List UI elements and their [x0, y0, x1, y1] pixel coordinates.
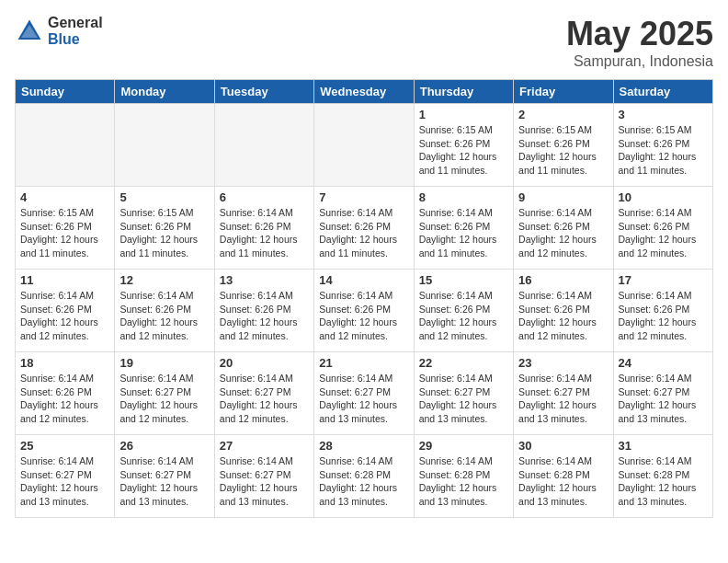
- cell-info: Sunrise: 6:14 AM Sunset: 6:27 PM Dayligh…: [319, 372, 408, 426]
- day-header-saturday: Saturday: [613, 80, 712, 104]
- day-number: 5: [119, 190, 209, 204]
- cal-cell-16: 16Sunrise: 6:14 AM Sunset: 6:26 PM Dayli…: [514, 270, 613, 352]
- day-number: 6: [220, 190, 309, 204]
- day-number: 4: [20, 190, 109, 204]
- cal-cell-28: 28Sunrise: 6:14 AM Sunset: 6:28 PM Dayli…: [314, 435, 414, 518]
- cell-info: Sunrise: 6:14 AM Sunset: 6:26 PM Dayligh…: [518, 206, 608, 260]
- calendar-table: SundayMondayTuesdayWednesdayThursdayFrid…: [15, 79, 713, 518]
- cell-info: Sunrise: 6:14 AM Sunset: 6:26 PM Dayligh…: [20, 372, 109, 426]
- cal-cell-empty-0-3: [314, 104, 414, 187]
- day-number: 31: [619, 439, 708, 453]
- day-number: 28: [319, 439, 408, 453]
- cal-cell-2: 2Sunrise: 6:15 AM Sunset: 6:26 PM Daylig…: [514, 104, 613, 187]
- day-number: 21: [319, 356, 408, 370]
- cal-cell-13: 13Sunrise: 6:14 AM Sunset: 6:26 PM Dayli…: [214, 270, 313, 352]
- cal-cell-empty-0-2: [214, 104, 313, 187]
- cell-info: Sunrise: 6:14 AM Sunset: 6:26 PM Dayligh…: [419, 206, 508, 260]
- cell-info: Sunrise: 6:14 AM Sunset: 6:27 PM Dayligh…: [419, 372, 508, 426]
- cal-cell-22: 22Sunrise: 6:14 AM Sunset: 6:27 PM Dayli…: [414, 352, 513, 435]
- logo-text: General Blue: [48, 15, 103, 47]
- cell-info: Sunrise: 6:14 AM Sunset: 6:26 PM Dayligh…: [319, 289, 408, 343]
- cal-cell-6: 6Sunrise: 6:14 AM Sunset: 6:26 PM Daylig…: [214, 187, 313, 270]
- cal-cell-12: 12Sunrise: 6:14 AM Sunset: 6:26 PM Dayli…: [115, 270, 214, 352]
- day-number: 9: [518, 190, 608, 204]
- cal-cell-27: 27Sunrise: 6:14 AM Sunset: 6:27 PM Dayli…: [214, 435, 313, 518]
- week-row-1: 1Sunrise: 6:15 AM Sunset: 6:26 PM Daylig…: [16, 104, 713, 187]
- cal-cell-18: 18Sunrise: 6:14 AM Sunset: 6:26 PM Dayli…: [16, 352, 115, 435]
- cell-info: Sunrise: 6:14 AM Sunset: 6:28 PM Dayligh…: [619, 454, 708, 509]
- cal-cell-23: 23Sunrise: 6:14 AM Sunset: 6:27 PM Dayli…: [514, 352, 613, 435]
- cal-cell-10: 10Sunrise: 6:14 AM Sunset: 6:26 PM Dayli…: [613, 187, 712, 270]
- day-number: 7: [319, 190, 408, 204]
- cell-info: Sunrise: 6:14 AM Sunset: 6:26 PM Dayligh…: [419, 289, 508, 343]
- page-subtitle: Sampuran, Indonesia: [566, 53, 713, 70]
- cal-cell-25: 25Sunrise: 6:14 AM Sunset: 6:27 PM Dayli…: [16, 435, 115, 518]
- cell-info: Sunrise: 6:14 AM Sunset: 6:26 PM Dayligh…: [220, 289, 309, 343]
- day-header-thursday: Thursday: [414, 80, 513, 104]
- cell-info: Sunrise: 6:14 AM Sunset: 6:28 PM Dayligh…: [419, 454, 508, 509]
- logo-general-label: General: [48, 15, 103, 31]
- cell-info: Sunrise: 6:15 AM Sunset: 6:26 PM Dayligh…: [619, 123, 708, 178]
- day-header-sunday: Sunday: [16, 80, 115, 104]
- day-number: 2: [518, 108, 608, 121]
- cal-cell-1: 1Sunrise: 6:15 AM Sunset: 6:26 PM Daylig…: [414, 104, 513, 187]
- cal-cell-7: 7Sunrise: 6:14 AM Sunset: 6:26 PM Daylig…: [314, 187, 414, 270]
- day-header-monday: Monday: [115, 80, 214, 104]
- week-row-2: 4Sunrise: 6:15 AM Sunset: 6:26 PM Daylig…: [16, 187, 713, 270]
- day-number: 17: [619, 273, 708, 287]
- day-number: 27: [220, 439, 309, 453]
- cell-info: Sunrise: 6:14 AM Sunset: 6:28 PM Dayligh…: [319, 454, 408, 509]
- day-number: 23: [518, 356, 608, 370]
- cal-cell-30: 30Sunrise: 6:14 AM Sunset: 6:28 PM Dayli…: [514, 435, 613, 518]
- day-header-wednesday: Wednesday: [314, 80, 414, 104]
- cell-info: Sunrise: 6:14 AM Sunset: 6:26 PM Dayligh…: [119, 289, 209, 343]
- week-row-3: 11Sunrise: 6:14 AM Sunset: 6:26 PM Dayli…: [16, 270, 713, 352]
- cal-cell-26: 26Sunrise: 6:14 AM Sunset: 6:27 PM Dayli…: [115, 435, 214, 518]
- day-number: 29: [419, 439, 508, 453]
- day-number: 3: [619, 108, 708, 121]
- cell-info: Sunrise: 6:14 AM Sunset: 6:26 PM Dayligh…: [220, 206, 309, 260]
- week-row-5: 25Sunrise: 6:14 AM Sunset: 6:27 PM Dayli…: [16, 435, 713, 518]
- cal-cell-19: 19Sunrise: 6:14 AM Sunset: 6:27 PM Dayli…: [115, 352, 214, 435]
- day-header-tuesday: Tuesday: [214, 80, 313, 104]
- day-number: 18: [20, 356, 109, 370]
- cell-info: Sunrise: 6:15 AM Sunset: 6:26 PM Dayligh…: [419, 123, 508, 178]
- cell-info: Sunrise: 6:14 AM Sunset: 6:26 PM Dayligh…: [619, 206, 708, 260]
- day-number: 13: [220, 273, 309, 287]
- cell-info: Sunrise: 6:14 AM Sunset: 6:27 PM Dayligh…: [619, 372, 708, 426]
- page-header: General Blue May 2025 Sampuran, Indonesi…: [15, 15, 713, 70]
- cal-cell-17: 17Sunrise: 6:14 AM Sunset: 6:26 PM Dayli…: [613, 270, 712, 352]
- cell-info: Sunrise: 6:15 AM Sunset: 6:26 PM Dayligh…: [119, 206, 209, 260]
- cell-info: Sunrise: 6:14 AM Sunset: 6:27 PM Dayligh…: [119, 372, 209, 426]
- page-title: May 2025: [566, 15, 713, 53]
- cal-cell-empty-0-1: [115, 104, 214, 187]
- day-number: 20: [220, 356, 309, 370]
- day-number: 16: [518, 273, 608, 287]
- cal-cell-3: 3Sunrise: 6:15 AM Sunset: 6:26 PM Daylig…: [613, 104, 712, 187]
- cal-cell-21: 21Sunrise: 6:14 AM Sunset: 6:27 PM Dayli…: [314, 352, 414, 435]
- day-number: 10: [619, 190, 708, 204]
- cell-info: Sunrise: 6:14 AM Sunset: 6:27 PM Dayligh…: [518, 372, 608, 426]
- day-header-friday: Friday: [514, 80, 613, 104]
- cal-cell-5: 5Sunrise: 6:15 AM Sunset: 6:26 PM Daylig…: [115, 187, 214, 270]
- cal-cell-29: 29Sunrise: 6:14 AM Sunset: 6:28 PM Dayli…: [414, 435, 513, 518]
- day-number: 26: [119, 439, 209, 453]
- day-number: 14: [319, 273, 408, 287]
- title-block: May 2025 Sampuran, Indonesia: [566, 15, 713, 70]
- cell-info: Sunrise: 6:15 AM Sunset: 6:26 PM Dayligh…: [20, 206, 109, 260]
- cell-info: Sunrise: 6:14 AM Sunset: 6:26 PM Dayligh…: [518, 289, 608, 343]
- day-number: 1: [419, 108, 508, 121]
- day-number: 8: [419, 190, 508, 204]
- cal-cell-14: 14Sunrise: 6:14 AM Sunset: 6:26 PM Dayli…: [314, 270, 414, 352]
- day-number: 24: [619, 356, 708, 370]
- header-row: SundayMondayTuesdayWednesdayThursdayFrid…: [16, 80, 713, 104]
- day-number: 12: [119, 273, 209, 287]
- cal-cell-empty-0-0: [16, 104, 115, 187]
- cal-cell-4: 4Sunrise: 6:15 AM Sunset: 6:26 PM Daylig…: [16, 187, 115, 270]
- logo-blue-label: Blue: [48, 31, 103, 48]
- cell-info: Sunrise: 6:14 AM Sunset: 6:27 PM Dayligh…: [20, 454, 109, 509]
- cal-cell-31: 31Sunrise: 6:14 AM Sunset: 6:28 PM Dayli…: [613, 435, 712, 518]
- cell-info: Sunrise: 6:14 AM Sunset: 6:26 PM Dayligh…: [20, 289, 109, 343]
- day-number: 15: [419, 273, 508, 287]
- day-number: 30: [518, 439, 608, 453]
